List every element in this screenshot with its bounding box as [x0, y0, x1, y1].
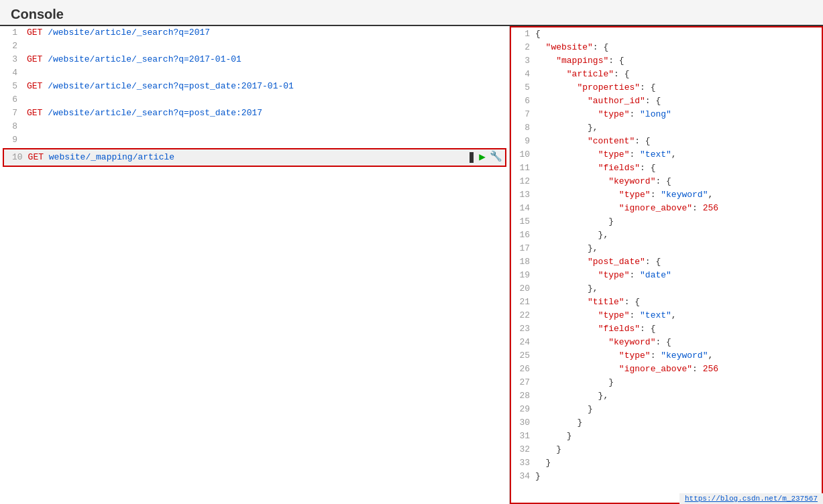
json-line-21: 21 "title": { [511, 296, 822, 309]
json-line-31: 31 } [511, 430, 822, 443]
json-line-15: 15 } [511, 215, 822, 229]
json-line-10: 10 "type": "text", [511, 148, 822, 162]
json-line-33: 33 } [511, 456, 822, 470]
json-line-5: 5 "properties": { [511, 81, 822, 94]
code-line-3: 3 GET /website/article/_search?q=2017-01… [0, 53, 509, 66]
run-button[interactable]: ▶ [479, 151, 486, 164]
code-line-7: 7 GET /website/article/_search?q=post_da… [0, 107, 509, 120]
json-line-20: 20 }, [511, 282, 822, 296]
active-line-wrapper: 10 GET website/_mapping/article ▶ 🔧 ⋮ [0, 148, 509, 167]
json-line-13: 13 "type": "keyword", [511, 188, 822, 202]
json-line-34: 34 } [511, 470, 822, 483]
page-title: Console [0, 0, 823, 26]
right-panel: 1 { 2 "website": { 3 "mappings": { 4 "ar… [510, 26, 823, 504]
json-line-3: 3 "mappings": { [511, 54, 822, 68]
json-line-8: 8 }, [511, 121, 822, 135]
json-line-7: 7 "type": "long" [511, 108, 822, 121]
main-container: 1 GET /website/article/_search?q=2017 2 … [0, 26, 823, 504]
json-line-1: 1 { [511, 27, 822, 41]
json-area: 1 { 2 "website": { 3 "mappings": { 4 "ar… [511, 27, 822, 483]
json-line-25: 25 "type": "keyword", [511, 349, 822, 363]
json-line-16: 16 }, [511, 229, 822, 242]
json-line-6: 6 "author_id": { [511, 94, 822, 108]
cursor [470, 152, 474, 163]
code-line-9: 9 [0, 133, 509, 147]
json-line-28: 28 }, [511, 389, 822, 403]
json-line-30: 30 } [511, 416, 822, 430]
json-line-22: 22 "type": "text", [511, 309, 822, 322]
code-line-1: 1 GET /website/article/_search?q=2017 [0, 26, 509, 40]
code-line-5: 5 GET /website/article/_search?q=post_da… [0, 80, 509, 93]
json-line-4: 4 "article": { [511, 68, 822, 81]
json-line-17: 17 }, [511, 242, 822, 255]
active-line-10[interactable]: 10 GET website/_mapping/article ▶ 🔧 [3, 148, 506, 167]
divider-dots: ⋮ [506, 151, 510, 164]
json-line-26: 26 "ignore_above": 256 [511, 363, 822, 376]
wrench-icon[interactable]: 🔧 [490, 151, 502, 164]
code-line-2: 2 [0, 40, 509, 53]
json-line-29: 29 } [511, 403, 822, 416]
json-line-24: 24 "keyword": { [511, 336, 822, 349]
json-line-11: 11 "fields": { [511, 162, 822, 175]
json-line-9: 9 "content": { [511, 135, 822, 148]
code-line-8: 8 [0, 120, 509, 133]
json-line-23: 23 "fields": { [511, 322, 822, 336]
json-line-18: 18 "post_date": { [511, 255, 822, 269]
url-bar: https://blog.csdn.net/m_237567 [679, 493, 823, 504]
json-line-2: 2 "website": { [511, 41, 822, 54]
json-line-32: 32 } [511, 443, 822, 456]
code-area: 1 GET /website/article/_search?q=2017 2 … [0, 26, 509, 504]
json-line-12: 12 "keyword": { [511, 175, 822, 188]
code-line-4: 4 [0, 66, 509, 80]
json-line-14: 14 "ignore_above": 256 [511, 202, 822, 215]
json-line-27: 27 } [511, 376, 822, 389]
code-line-6: 6 [0, 93, 509, 107]
left-panel: 1 GET /website/article/_search?q=2017 2 … [0, 26, 510, 504]
json-line-19: 19 "type": "date" [511, 269, 822, 282]
